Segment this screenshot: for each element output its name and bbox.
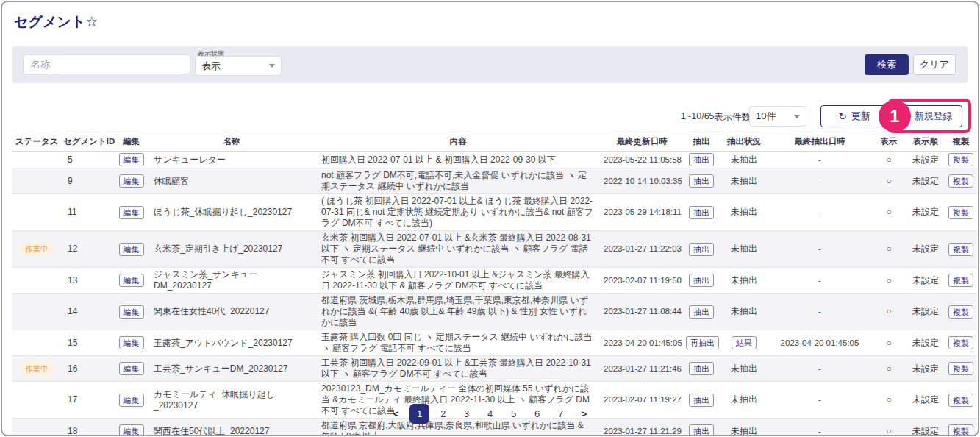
last-extract-cell: 2023-04-20 01:45:05 bbox=[768, 330, 871, 356]
page-button-5[interactable]: 5 bbox=[504, 404, 523, 424]
col-header-display: 表示 bbox=[871, 132, 906, 152]
edit-button[interactable]: 編集 bbox=[119, 174, 144, 188]
table-row: 作業中 16 編集 工芸茶_サンキューDM_20230127 工芸茶 初回購入日… bbox=[12, 356, 977, 382]
per-page-select[interactable]: 10件 bbox=[749, 106, 806, 127]
segment-id-cell: 11 bbox=[62, 194, 115, 231]
edit-button[interactable]: 編集 bbox=[119, 424, 144, 436]
refresh-button-label: 更新 bbox=[851, 110, 870, 123]
edit-button[interactable]: 編集 bbox=[119, 336, 144, 349]
display-order-cell: 未設定 bbox=[906, 152, 945, 168]
col-header-extract-status: 抽出状況 bbox=[720, 132, 768, 152]
filter-panel: 表示状態 表示 検索 クリア bbox=[12, 46, 968, 83]
segment-id-cell: 14 bbox=[62, 294, 115, 330]
edit-button[interactable]: 編集 bbox=[119, 153, 144, 166]
col-header-name: 名称 bbox=[148, 132, 315, 152]
updated-at-cell: 2023-01-27 11:08:44 bbox=[601, 294, 683, 330]
copy-button[interactable]: 複製 bbox=[948, 424, 973, 436]
last-extract-cell: - bbox=[768, 294, 871, 330]
extract-button[interactable]: 抽出 bbox=[689, 362, 714, 375]
copy-button[interactable]: 複製 bbox=[948, 206, 973, 219]
edit-button[interactable]: 編集 bbox=[119, 243, 144, 256]
prev-page-chevron-icon[interactable]: < bbox=[386, 404, 406, 424]
display-cell: ○ bbox=[871, 152, 906, 168]
name-cell: サンキューレター bbox=[148, 152, 315, 168]
extract-button[interactable]: 再抽出 bbox=[686, 336, 719, 349]
new-registration-button[interactable]: + 新規登録 bbox=[896, 105, 962, 127]
status-badge: 作業中 bbox=[20, 362, 54, 376]
name-cell: ほうじ茶_休眠掘り起し_20230127 bbox=[148, 194, 315, 231]
updated-at-cell: 2023-01-27 11:21:46 bbox=[601, 356, 683, 382]
search-button[interactable]: 検索 bbox=[865, 54, 909, 75]
table-row: 15 編集 玉露茶_アウトバウンド_20230127 玉露茶 購入回数 0回 同… bbox=[12, 330, 977, 356]
result-range-text: 1~10/65 bbox=[681, 111, 715, 121]
extract-button[interactable]: 抽出 bbox=[689, 153, 714, 166]
display-order-cell: 未設定 bbox=[906, 194, 945, 231]
last-extract-cell: - bbox=[768, 194, 871, 231]
page-button-7[interactable]: 7 bbox=[551, 404, 571, 424]
extract-button[interactable]: 抽出 bbox=[689, 174, 714, 188]
chevron-down-icon bbox=[794, 115, 800, 118]
name-cell: 休眠顧客 bbox=[148, 168, 315, 194]
copy-button[interactable]: 複製 bbox=[948, 362, 973, 375]
updated-at-cell: 2023-01-27 11:22:03 bbox=[601, 231, 683, 268]
updated-at-cell: 2023-05-22 11:05:58 bbox=[601, 152, 683, 168]
page-button-4[interactable]: 4 bbox=[480, 404, 500, 424]
name-cell: 工芸茶_サンキューDM_20230127 bbox=[148, 356, 315, 382]
extract-status-cell: 未抽出 bbox=[720, 356, 768, 382]
col-header-updated-at: 最終更新日時 bbox=[601, 132, 683, 152]
col-header-status: ステータス bbox=[12, 132, 62, 152]
table-row: 5 編集 サンキューレター 初回購入日 2022-07-01 以上 & 初回購入… bbox=[12, 152, 977, 168]
page-button-3[interactable]: 3 bbox=[457, 404, 476, 424]
extract-status-cell: 未抽出 bbox=[720, 231, 768, 268]
segment-id-cell: 16 bbox=[62, 356, 115, 382]
copy-button[interactable]: 複製 bbox=[948, 274, 973, 287]
extract-status-cell: 未抽出 bbox=[720, 294, 768, 330]
display-state-value: 表示 bbox=[201, 60, 221, 73]
display-cell: ○ bbox=[871, 194, 906, 231]
page-button-6[interactable]: 6 bbox=[527, 404, 547, 424]
content-cell: 初回購入日 2022-07-01 以上 & 初回購入日 2022-09-30 以… bbox=[315, 152, 601, 168]
extract-button[interactable]: 抽出 bbox=[689, 274, 714, 287]
chevron-down-icon bbox=[269, 64, 275, 68]
copy-button[interactable]: 複製 bbox=[948, 174, 973, 188]
extract-button[interactable]: 抽出 bbox=[689, 424, 714, 436]
display-order-cell: 未設定 bbox=[906, 231, 945, 268]
last-extract-cell: - bbox=[768, 168, 871, 194]
display-cell: ○ bbox=[871, 168, 906, 194]
edit-button[interactable]: 編集 bbox=[119, 305, 144, 319]
edit-button[interactable]: 編集 bbox=[119, 274, 144, 287]
segment-table: ステータス セグメントID 編集 名称 内容 最終更新日時 抽出 抽出状況 最終… bbox=[12, 132, 968, 436]
page-button-1[interactable]: 1 bbox=[409, 404, 429, 424]
col-header-edit: 編集 bbox=[115, 132, 148, 152]
copy-button[interactable]: 複製 bbox=[948, 336, 973, 349]
edit-button[interactable]: 編集 bbox=[119, 206, 144, 219]
table-row: 9 編集 休眠顧客 not 顧客フラグ DM不可,電話不可,未入金督促 いずれか… bbox=[12, 168, 977, 194]
display-state-select[interactable]: 表示 bbox=[195, 56, 282, 76]
name-search-input[interactable] bbox=[23, 54, 190, 74]
col-header-content: 内容 bbox=[315, 132, 601, 152]
last-extract-cell: - bbox=[768, 152, 871, 168]
display-order-cell: 未設定 bbox=[906, 330, 945, 356]
display-order-cell: 未設定 bbox=[906, 294, 945, 330]
next-page-chevron-icon[interactable]: > bbox=[574, 404, 594, 424]
segment-id-cell: 13 bbox=[62, 268, 115, 294]
segment-id-cell: 5 bbox=[62, 152, 115, 168]
extract-button[interactable]: 抽出 bbox=[689, 206, 714, 219]
copy-button[interactable]: 複製 bbox=[948, 305, 973, 319]
pagination: < 1234567> bbox=[2, 404, 978, 424]
display-order-cell: 未設定 bbox=[906, 268, 945, 294]
name-cell: ジャスミン茶_サンキューDM_20230127 bbox=[148, 268, 315, 294]
extract-button[interactable]: 抽出 bbox=[689, 243, 714, 256]
clear-button[interactable]: クリア bbox=[913, 54, 956, 75]
last-extract-cell: - bbox=[768, 268, 871, 294]
copy-button[interactable]: 複製 bbox=[948, 153, 973, 166]
refresh-button[interactable]: ↻ 更新 bbox=[820, 105, 888, 127]
copy-button[interactable]: 複製 bbox=[948, 243, 973, 256]
page-button-2[interactable]: 2 bbox=[433, 404, 453, 424]
extract-button[interactable]: 抽出 bbox=[689, 305, 714, 319]
col-header-segment-id: セグメントID bbox=[62, 132, 115, 152]
table-row: 11 編集 ほうじ茶_休眠掘り起し_20230127 ( ほうじ茶 初回購入日 … bbox=[12, 194, 977, 231]
edit-button[interactable]: 編集 bbox=[119, 362, 144, 375]
display-order-cell: 未設定 bbox=[906, 168, 945, 194]
last-extract-cell: - bbox=[768, 231, 871, 268]
